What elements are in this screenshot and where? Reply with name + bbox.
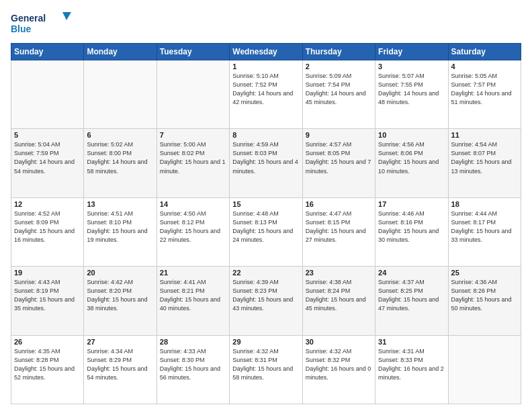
- day-info: Sunrise: 4:33 AMSunset: 8:30 PMDaylight:…: [160, 347, 226, 382]
- calendar-cell: 22Sunrise: 4:39 AMSunset: 8:23 PMDayligh…: [230, 267, 302, 335]
- calendar-cell: 26Sunrise: 4:35 AMSunset: 8:28 PMDayligh…: [11, 335, 84, 404]
- calendar-cell: 19Sunrise: 4:43 AMSunset: 8:19 PMDayligh…: [11, 267, 84, 335]
- day-info: Sunrise: 4:47 AMSunset: 8:15 PMDaylight:…: [306, 210, 372, 244]
- calendar-cell: [157, 60, 229, 129]
- day-number: 19: [14, 269, 81, 277]
- day-number: 26: [14, 338, 81, 346]
- logo: General Blue: [11, 11, 71, 36]
- svg-text:General: General: [11, 13, 46, 24]
- day-info: Sunrise: 4:41 AMSunset: 8:21 PMDaylight:…: [160, 278, 226, 313]
- calendar-cell: 7Sunrise: 5:00 AMSunset: 8:02 PMDaylight…: [157, 129, 229, 197]
- day-number: 3: [378, 62, 445, 71]
- day-info: Sunrise: 4:36 AMSunset: 8:26 PMDaylight:…: [451, 278, 518, 313]
- weekday-header-tuesday: Tuesday: [157, 44, 229, 60]
- day-number: 4: [451, 62, 518, 71]
- day-info: Sunrise: 4:56 AMSunset: 8:06 PMDaylight:…: [378, 140, 445, 175]
- day-number: 30: [306, 338, 372, 346]
- week-row-2: 5Sunrise: 5:04 AMSunset: 7:59 PMDaylight…: [11, 129, 521, 197]
- calendar-cell: 28Sunrise: 4:33 AMSunset: 8:30 PMDayligh…: [157, 335, 229, 404]
- day-number: 9: [306, 131, 372, 139]
- day-number: 7: [160, 131, 226, 139]
- calendar-cell: 10Sunrise: 4:56 AMSunset: 8:06 PMDayligh…: [375, 129, 448, 197]
- day-number: 24: [378, 269, 445, 277]
- day-info: Sunrise: 5:04 AMSunset: 7:59 PMDaylight:…: [14, 140, 81, 175]
- week-row-3: 12Sunrise: 4:52 AMSunset: 8:09 PMDayligh…: [11, 197, 521, 266]
- day-info: Sunrise: 4:34 AMSunset: 8:29 PMDaylight:…: [87, 347, 153, 382]
- calendar-cell: 11Sunrise: 4:54 AMSunset: 8:07 PMDayligh…: [448, 129, 521, 197]
- calendar-cell: 15Sunrise: 4:48 AMSunset: 8:13 PMDayligh…: [230, 197, 302, 266]
- day-number: 16: [306, 200, 372, 208]
- day-info: Sunrise: 5:05 AMSunset: 7:57 PMDaylight:…: [451, 72, 518, 107]
- day-number: 20: [87, 269, 153, 277]
- calendar-cell: 9Sunrise: 4:57 AMSunset: 8:05 PMDaylight…: [302, 129, 375, 197]
- day-info: Sunrise: 4:37 AMSunset: 8:25 PMDaylight:…: [378, 278, 445, 313]
- week-row-4: 19Sunrise: 4:43 AMSunset: 8:19 PMDayligh…: [11, 267, 521, 335]
- calendar-cell: 24Sunrise: 4:37 AMSunset: 8:25 PMDayligh…: [375, 267, 448, 335]
- calendar-cell: 23Sunrise: 4:38 AMSunset: 8:24 PMDayligh…: [302, 267, 375, 335]
- calendar-cell: 5Sunrise: 5:04 AMSunset: 7:59 PMDaylight…: [11, 129, 84, 197]
- day-number: 23: [306, 269, 372, 277]
- calendar-cell: 12Sunrise: 4:52 AMSunset: 8:09 PMDayligh…: [11, 197, 84, 266]
- week-row-1: 1Sunrise: 5:10 AMSunset: 7:52 PMDaylight…: [11, 60, 521, 129]
- day-number: 11: [451, 131, 518, 139]
- day-info: Sunrise: 4:50 AMSunset: 8:12 PMDaylight:…: [160, 210, 226, 244]
- calendar-cell: 8Sunrise: 4:59 AMSunset: 8:03 PMDaylight…: [230, 129, 302, 197]
- calendar-cell: [84, 60, 157, 129]
- day-info: Sunrise: 4:44 AMSunset: 8:17 PMDaylight:…: [451, 210, 518, 244]
- day-number: 12: [14, 200, 81, 208]
- calendar-cell: 20Sunrise: 4:42 AMSunset: 8:20 PMDayligh…: [84, 267, 157, 335]
- day-number: 1: [232, 62, 299, 71]
- general-blue-logo: General Blue: [11, 11, 71, 36]
- day-number: 15: [232, 200, 299, 208]
- weekday-header-row: SundayMondayTuesdayWednesdayThursdayFrid…: [11, 44, 521, 60]
- day-info: Sunrise: 4:43 AMSunset: 8:19 PMDaylight:…: [14, 278, 81, 313]
- day-info: Sunrise: 4:54 AMSunset: 8:07 PMDaylight:…: [451, 140, 518, 175]
- calendar-cell: [11, 60, 84, 129]
- day-info: Sunrise: 4:48 AMSunset: 8:13 PMDaylight:…: [232, 210, 299, 244]
- calendar-cell: [448, 335, 521, 404]
- day-number: 28: [160, 338, 226, 346]
- weekday-header-saturday: Saturday: [448, 44, 521, 60]
- day-number: 6: [87, 131, 153, 139]
- day-number: 13: [87, 200, 153, 208]
- calendar-table: SundayMondayTuesdayWednesdayThursdayFrid…: [11, 43, 521, 404]
- day-info: Sunrise: 5:07 AMSunset: 7:55 PMDaylight:…: [378, 72, 445, 107]
- day-number: 18: [451, 200, 518, 208]
- day-info: Sunrise: 4:38 AMSunset: 8:24 PMDaylight:…: [306, 278, 372, 313]
- day-number: 21: [160, 269, 226, 277]
- calendar-cell: 29Sunrise: 4:32 AMSunset: 8:31 PMDayligh…: [230, 335, 302, 404]
- calendar-cell: 30Sunrise: 4:32 AMSunset: 8:32 PMDayligh…: [302, 335, 375, 404]
- calendar-cell: 3Sunrise: 5:07 AMSunset: 7:55 PMDaylight…: [375, 60, 448, 129]
- day-number: 31: [378, 338, 445, 346]
- day-number: 25: [451, 269, 518, 277]
- day-number: 5: [14, 131, 81, 139]
- svg-marker-2: [62, 12, 71, 20]
- svg-text:Blue: Blue: [11, 24, 32, 34]
- calendar-cell: 1Sunrise: 5:10 AMSunset: 7:52 PMDaylight…: [230, 60, 302, 129]
- calendar-cell: 16Sunrise: 4:47 AMSunset: 8:15 PMDayligh…: [302, 197, 375, 266]
- weekday-header-sunday: Sunday: [11, 44, 84, 60]
- calendar-cell: 6Sunrise: 5:02 AMSunset: 8:00 PMDaylight…: [84, 129, 157, 197]
- calendar-cell: 4Sunrise: 5:05 AMSunset: 7:57 PMDaylight…: [448, 60, 521, 129]
- weekday-header-monday: Monday: [84, 44, 157, 60]
- calendar-cell: 31Sunrise: 4:31 AMSunset: 8:33 PMDayligh…: [375, 335, 448, 404]
- day-info: Sunrise: 5:02 AMSunset: 8:00 PMDaylight:…: [87, 140, 153, 175]
- page: General Blue SundayMondayTuesdayWednesda…: [0, 0, 532, 411]
- day-info: Sunrise: 4:32 AMSunset: 8:31 PMDaylight:…: [232, 347, 299, 382]
- day-info: Sunrise: 4:39 AMSunset: 8:23 PMDaylight:…: [232, 278, 299, 313]
- day-info: Sunrise: 4:59 AMSunset: 8:03 PMDaylight:…: [232, 140, 299, 175]
- weekday-header-friday: Friday: [375, 44, 448, 60]
- day-info: Sunrise: 4:42 AMSunset: 8:20 PMDaylight:…: [87, 278, 153, 313]
- day-number: 27: [87, 338, 153, 346]
- calendar-cell: 25Sunrise: 4:36 AMSunset: 8:26 PMDayligh…: [448, 267, 521, 335]
- day-info: Sunrise: 4:46 AMSunset: 8:16 PMDaylight:…: [378, 210, 445, 244]
- day-info: Sunrise: 4:52 AMSunset: 8:09 PMDaylight:…: [14, 210, 81, 244]
- day-info: Sunrise: 4:32 AMSunset: 8:32 PMDaylight:…: [306, 347, 372, 382]
- day-info: Sunrise: 5:09 AMSunset: 7:54 PMDaylight:…: [306, 72, 372, 107]
- weekday-header-wednesday: Wednesday: [230, 44, 302, 60]
- weekday-header-thursday: Thursday: [302, 44, 375, 60]
- day-info: Sunrise: 4:51 AMSunset: 8:10 PMDaylight:…: [87, 210, 153, 244]
- calendar-cell: 21Sunrise: 4:41 AMSunset: 8:21 PMDayligh…: [157, 267, 229, 335]
- day-info: Sunrise: 4:35 AMSunset: 8:28 PMDaylight:…: [14, 347, 81, 382]
- day-info: Sunrise: 4:31 AMSunset: 8:33 PMDaylight:…: [378, 347, 445, 382]
